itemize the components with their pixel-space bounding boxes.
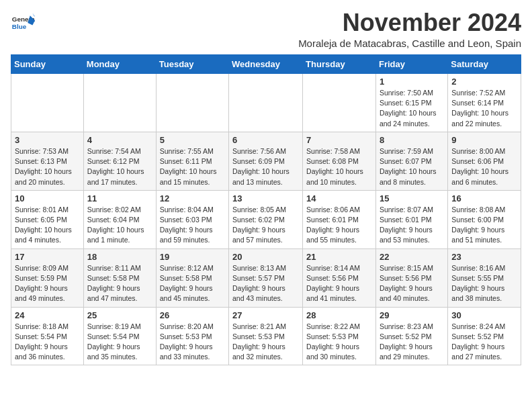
calendar-cell: 26Sunrise: 8:20 AM Sunset: 5:53 PM Dayli… xyxy=(156,307,228,365)
day-number: 29 xyxy=(380,310,444,320)
day-info: Sunrise: 7:50 AM Sunset: 6:15 PM Dayligh… xyxy=(380,88,444,129)
calendar-cell: 13Sunrise: 8:05 AM Sunset: 6:02 PM Dayli… xyxy=(229,190,303,248)
svg-text:Blue: Blue xyxy=(12,23,27,30)
day-of-week-header: Tuesday xyxy=(156,55,228,74)
day-info: Sunrise: 8:01 AM Sunset: 6:05 PM Dayligh… xyxy=(15,205,80,246)
calendar-cell: 14Sunrise: 8:06 AM Sunset: 6:01 PM Dayli… xyxy=(303,190,376,248)
calendar-cell xyxy=(11,74,84,132)
day-info: Sunrise: 8:15 AM Sunset: 5:56 PM Dayligh… xyxy=(380,263,444,304)
day-info: Sunrise: 8:12 AM Sunset: 5:58 PM Dayligh… xyxy=(160,263,225,304)
calendar-cell: 8Sunrise: 7:59 AM Sunset: 6:07 PM Daylig… xyxy=(375,132,447,190)
calendar-week-row: 10Sunrise: 8:01 AM Sunset: 6:05 PM Dayli… xyxy=(11,190,521,248)
calendar-table: SundayMondayTuesdayWednesdayThursdayFrid… xyxy=(11,54,521,365)
calendar-cell: 9Sunrise: 8:00 AM Sunset: 6:06 PM Daylig… xyxy=(448,132,521,190)
day-number: 27 xyxy=(232,310,299,320)
day-info: Sunrise: 8:13 AM Sunset: 5:57 PM Dayligh… xyxy=(232,263,299,304)
calendar-cell: 6Sunrise: 7:56 AM Sunset: 6:09 PM Daylig… xyxy=(229,132,303,190)
day-info: Sunrise: 8:05 AM Sunset: 6:02 PM Dayligh… xyxy=(232,205,299,246)
day-info: Sunrise: 8:06 AM Sunset: 6:01 PM Dayligh… xyxy=(306,205,372,246)
calendar-week-row: 3Sunrise: 7:53 AM Sunset: 6:13 PM Daylig… xyxy=(11,132,521,190)
day-of-week-header: Thursday xyxy=(303,55,376,74)
calendar-week-row: 24Sunrise: 8:18 AM Sunset: 5:54 PM Dayli… xyxy=(11,307,521,365)
day-number: 4 xyxy=(87,135,152,145)
day-info: Sunrise: 7:58 AM Sunset: 6:08 PM Dayligh… xyxy=(306,146,372,187)
day-number: 19 xyxy=(160,252,225,262)
day-number: 30 xyxy=(451,310,517,320)
calendar-cell: 7Sunrise: 7:58 AM Sunset: 6:08 PM Daylig… xyxy=(303,132,376,190)
day-of-week-header: Saturday xyxy=(448,55,521,74)
calendar-week-row: 1Sunrise: 7:50 AM Sunset: 6:15 PM Daylig… xyxy=(11,74,521,132)
day-info: Sunrise: 8:18 AM Sunset: 5:54 PM Dayligh… xyxy=(15,322,80,363)
day-number: 8 xyxy=(380,135,444,145)
calendar-cell: 22Sunrise: 8:15 AM Sunset: 5:56 PM Dayli… xyxy=(375,248,447,307)
calendar-cell: 10Sunrise: 8:01 AM Sunset: 6:05 PM Dayli… xyxy=(11,190,84,248)
day-number: 3 xyxy=(15,135,80,145)
calendar-cell: 3Sunrise: 7:53 AM Sunset: 6:13 PM Daylig… xyxy=(11,132,84,190)
calendar-cell xyxy=(229,74,303,132)
calendar-cell: 20Sunrise: 8:13 AM Sunset: 5:57 PM Dayli… xyxy=(229,248,303,307)
day-number: 9 xyxy=(451,135,517,145)
day-info: Sunrise: 8:02 AM Sunset: 6:04 PM Dayligh… xyxy=(87,205,152,246)
month-year-title: November 2024 xyxy=(298,11,521,35)
location-subtitle: Moraleja de Matacabras, Castille and Leo… xyxy=(298,38,521,49)
calendar-cell: 4Sunrise: 7:54 AM Sunset: 6:12 PM Daylig… xyxy=(83,132,156,190)
calendar-cell: 15Sunrise: 8:07 AM Sunset: 6:01 PM Dayli… xyxy=(375,190,447,248)
calendar-cell: 25Sunrise: 8:19 AM Sunset: 5:54 PM Dayli… xyxy=(83,307,156,365)
day-number: 10 xyxy=(15,193,80,203)
day-number: 5 xyxy=(160,135,225,145)
day-of-week-header: Monday xyxy=(83,55,156,74)
logo-icon: General Blue xyxy=(11,11,35,35)
day-number: 26 xyxy=(160,310,225,320)
calendar-cell: 17Sunrise: 8:09 AM Sunset: 5:59 PM Dayli… xyxy=(11,248,84,307)
calendar-cell: 5Sunrise: 7:55 AM Sunset: 6:11 PM Daylig… xyxy=(156,132,228,190)
day-number: 12 xyxy=(160,193,225,203)
day-info: Sunrise: 8:00 AM Sunset: 6:06 PM Dayligh… xyxy=(451,146,517,187)
calendar-header-row: SundayMondayTuesdayWednesdayThursdayFrid… xyxy=(11,55,521,74)
day-of-week-header: Wednesday xyxy=(229,55,303,74)
day-number: 18 xyxy=(87,252,152,262)
day-number: 13 xyxy=(232,193,299,203)
header: General Blue November 2024 Moraleja de M… xyxy=(11,11,521,49)
day-number: 17 xyxy=(15,252,80,262)
day-info: Sunrise: 8:21 AM Sunset: 5:53 PM Dayligh… xyxy=(232,322,299,363)
day-of-week-header: Friday xyxy=(375,55,447,74)
day-info: Sunrise: 8:22 AM Sunset: 5:53 PM Dayligh… xyxy=(306,322,372,363)
day-number: 16 xyxy=(451,193,517,203)
calendar-cell xyxy=(303,74,376,132)
calendar-cell: 27Sunrise: 8:21 AM Sunset: 5:53 PM Dayli… xyxy=(229,307,303,365)
calendar-cell: 23Sunrise: 8:16 AM Sunset: 5:55 PM Dayli… xyxy=(448,248,521,307)
day-info: Sunrise: 8:20 AM Sunset: 5:53 PM Dayligh… xyxy=(160,322,225,363)
day-number: 15 xyxy=(380,193,444,203)
title-area: November 2024 Moraleja de Matacabras, Ca… xyxy=(298,11,521,49)
calendar-cell: 21Sunrise: 8:14 AM Sunset: 5:56 PM Dayli… xyxy=(303,248,376,307)
day-number: 14 xyxy=(306,193,372,203)
calendar-cell: 24Sunrise: 8:18 AM Sunset: 5:54 PM Dayli… xyxy=(11,307,84,365)
day-number: 24 xyxy=(15,310,80,320)
calendar-cell: 2Sunrise: 7:52 AM Sunset: 6:14 PM Daylig… xyxy=(448,74,521,132)
day-number: 20 xyxy=(232,252,299,262)
calendar-cell: 30Sunrise: 8:24 AM Sunset: 5:52 PM Dayli… xyxy=(448,307,521,365)
day-info: Sunrise: 8:07 AM Sunset: 6:01 PM Dayligh… xyxy=(380,205,444,246)
day-info: Sunrise: 7:56 AM Sunset: 6:09 PM Dayligh… xyxy=(232,146,299,187)
day-info: Sunrise: 8:24 AM Sunset: 5:52 PM Dayligh… xyxy=(451,322,517,363)
day-number: 7 xyxy=(306,135,372,145)
day-number: 25 xyxy=(87,310,152,320)
day-number: 21 xyxy=(306,252,372,262)
day-info: Sunrise: 7:54 AM Sunset: 6:12 PM Dayligh… xyxy=(87,146,152,187)
calendar-cell: 11Sunrise: 8:02 AM Sunset: 6:04 PM Dayli… xyxy=(83,190,156,248)
day-info: Sunrise: 8:14 AM Sunset: 5:56 PM Dayligh… xyxy=(306,263,372,304)
calendar-week-row: 17Sunrise: 8:09 AM Sunset: 5:59 PM Dayli… xyxy=(11,248,521,307)
day-info: Sunrise: 8:19 AM Sunset: 5:54 PM Dayligh… xyxy=(87,322,152,363)
calendar-cell: 19Sunrise: 8:12 AM Sunset: 5:58 PM Dayli… xyxy=(156,248,228,307)
day-info: Sunrise: 8:08 AM Sunset: 6:00 PM Dayligh… xyxy=(451,205,517,246)
day-info: Sunrise: 8:23 AM Sunset: 5:52 PM Dayligh… xyxy=(380,322,444,363)
day-info: Sunrise: 7:59 AM Sunset: 6:07 PM Dayligh… xyxy=(380,146,444,187)
day-info: Sunrise: 7:55 AM Sunset: 6:11 PM Dayligh… xyxy=(160,146,225,187)
calendar-cell: 28Sunrise: 8:22 AM Sunset: 5:53 PM Dayli… xyxy=(303,307,376,365)
day-number: 23 xyxy=(451,252,517,262)
calendar-cell xyxy=(156,74,228,132)
day-info: Sunrise: 8:09 AM Sunset: 5:59 PM Dayligh… xyxy=(15,263,80,304)
calendar-cell: 1Sunrise: 7:50 AM Sunset: 6:15 PM Daylig… xyxy=(375,74,447,132)
day-of-week-header: Sunday xyxy=(11,55,84,74)
calendar-cell xyxy=(83,74,156,132)
